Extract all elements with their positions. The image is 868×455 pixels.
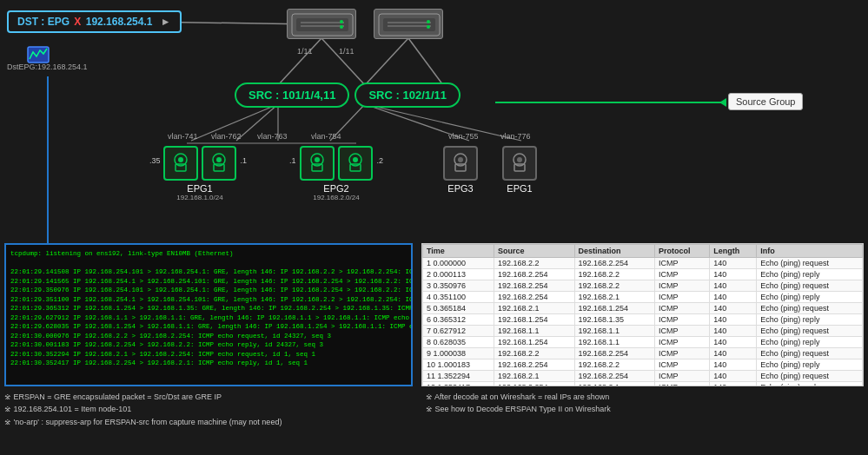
epg3-box [443,146,478,181]
capture-cell: 6 0.365312 [423,314,494,326]
notes-right: ※ After decode at on Wireshark = real IP… [426,391,864,416]
epg1-num2: .1 [240,156,247,165]
capture-row: 7 0.627912192.168.1.1192.168.1.1ICMP140E… [423,326,863,337]
capture-cell: 192.168.2.2 [494,348,574,359]
dsepg-bottom-label: DstEPG:192.168.254.1 [7,63,88,71]
svg-line-4 [408,38,443,85]
main-canvas: 1/11 1/11 DST : EPG X 192.168.254.1 ► Ds… [0,0,868,455]
capture-cell: 192.168.2.254 [494,359,574,371]
capture-cell: ICMP [654,382,709,387]
vlan-763: vlan-763 [257,132,288,141]
svg-point-34 [216,157,222,162]
capture-cell: Echo (ping) request [757,303,863,314]
capture-cell: 3 0.350976 [423,280,494,292]
sg-arrow [495,102,726,103]
capture-row: 9 1.000038192.168.2.2192.168.2.254ICMP14… [423,348,863,359]
capture-cell: 11 1.352294 [423,371,494,382]
svg-point-43 [458,157,463,162]
svg-line-1 [278,38,321,85]
capture-cell: 1 0.000000 [423,258,494,269]
capture-header-protocol: Protocol [654,245,709,258]
epg1-group: .35 .1 EPG1 192.168.1.0/24 [163,146,236,201]
terminal-output: tcpdump: listening on ens192, link-type … [10,249,407,368]
vlan-754: vlan-754 [311,132,341,141]
capture-cell: 192.168.2.1 [574,382,654,387]
capture-cell: Echo (ping) request [757,326,863,337]
capture-row: 2 0.000113192.168.2.254192.168.2.2ICMP14… [423,269,863,280]
capture-cell: 9 1.000038 [423,348,494,359]
capture-cell: ICMP [654,258,709,269]
switch-right [374,9,443,39]
notes-left: ※ ERSPAN = GRE encapsulated packet = Src… [4,391,413,428]
capture-cell: 140 [710,382,757,387]
capture-cell: 192.168.2.1 [494,303,574,314]
capture-cell: 7 0.627912 [423,326,494,337]
capture-cell: 10 1.000183 [423,359,494,371]
epg1-num1: .35 [149,156,161,165]
epg1-subnet: 192.168.1.0/24 [176,194,222,201]
dst-epg-box: DST : EPG X 192.168.254.1 ► [7,10,182,33]
svg-point-22 [340,25,343,29]
capture-header-info: Info [757,245,863,258]
svg-point-21 [340,20,343,23]
capture-cell: 140 [710,337,757,348]
capture-cell: 192.168.1.35 [574,314,654,326]
epg2-num1: .1 [289,156,296,165]
capture-cell: Echo (ping) reply [757,292,863,303]
capture-cell: ICMP [654,314,709,326]
capture-row: 8 0.628035192.168.1.254192.168.1.1ICMP14… [423,337,863,348]
capture-cell: 192.168.2.2 [574,359,654,371]
capture-cell: 2 0.000113 [423,269,494,280]
epg1-box1 [163,146,198,181]
epg1b-name: EPG1 [507,183,532,194]
capture-cell: 192.168.1.1 [574,337,654,348]
capture-cell: Echo (ping) reply [757,359,863,371]
capture-cell: 4 0.351100 [423,292,494,303]
svg-point-27 [427,20,430,23]
capture-cell: 8 0.628035 [423,337,494,348]
capture-cell: ICMP [654,303,709,314]
src-group: SRC : 101/1/4,11 SRC : 102/1/11 [235,82,461,108]
capture-cell: ICMP [654,292,709,303]
note-line-left: ※ 'no-arp' : suppress-arp for ERSPAN-src… [4,416,413,428]
capture-cell: 12 1.352417 [423,382,494,387]
svg-point-37 [315,157,320,162]
epg2-group: .1 .2 EPG2 192.168.2.0/24 [300,146,373,201]
capture-row: 3 0.350976192.168.2.254192.168.2.2ICMP14… [423,280,863,292]
capture-cell: Echo (ping) reply [757,269,863,280]
capture-cell: 140 [710,280,757,292]
capture-cell: ICMP [654,359,709,371]
vlan-762: vlan-762 [211,132,242,141]
epg1b-group: EPG1 [502,146,537,194]
svg-line-2 [321,38,365,85]
capture-cell: 192.168.2.2 [494,258,574,269]
capture-cell: ICMP [654,280,709,292]
note-line-left: ※ ERSPAN = GRE encapsulated packet = Src… [4,391,413,403]
capture-cell: ICMP [654,326,709,337]
source-group-label: Source Group [728,93,803,110]
epg2-num2: .2 [376,156,383,165]
capture-cell: 192.168.1.254 [494,337,574,348]
capture-cell: 192.168.2.254 [574,348,654,359]
capture-cell: Echo (ping) request [757,348,863,359]
capture-header-source: Source [494,245,574,258]
capture-cell: 192.168.2.2 [574,280,654,292]
capture-cell: ICMP [654,269,709,280]
src-label-2: SRC : 102/1/11 [368,89,447,102]
vlan-776: vlan-776 [500,132,531,141]
capture-cell: 140 [710,326,757,337]
capture-table: TimeSourceDestinationProtocolLengthInfo … [421,243,864,386]
epg2-box2 [338,146,373,181]
dst-epg-x: X [74,16,81,28]
capture-cell: 192.168.1.1 [574,326,654,337]
svg-rect-24 [383,18,435,31]
capture-row: 12 1.352417192.168.2.254192.168.2.1ICMP1… [423,382,863,387]
capture-cell: 192.168.2.254 [574,371,654,382]
capture-cell: 192.168.2.2 [574,269,654,280]
svg-text:1/11: 1/11 [339,47,354,56]
dst-epg-ip: 192.168.254.1 [86,16,153,28]
capture-cell: Echo (ping) request [757,258,863,269]
capture-header-length: Length [710,245,757,258]
terminal-box: tcpdump: listening on ens192, link-type … [4,243,413,386]
epg2-name: EPG2 [323,183,348,194]
